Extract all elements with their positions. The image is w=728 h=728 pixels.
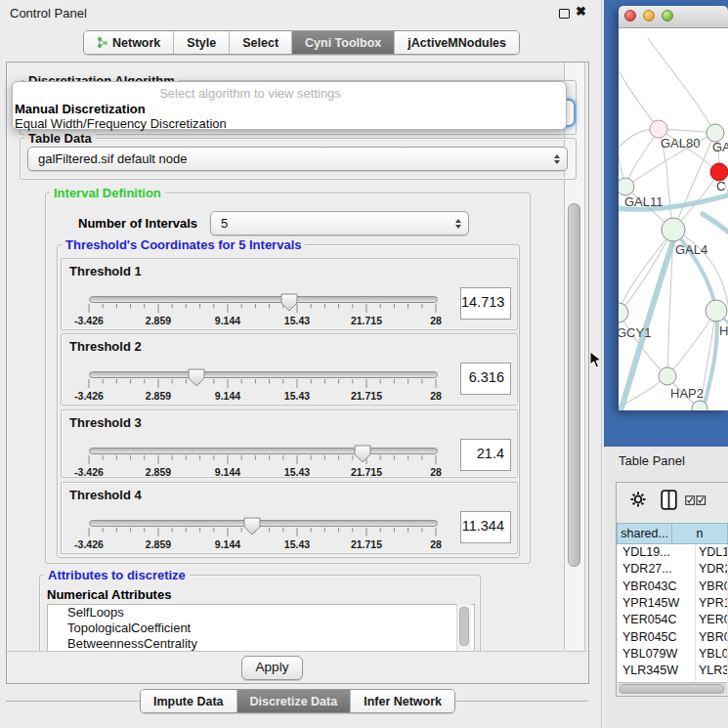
tick-label: 15.43: [274, 538, 321, 550]
network-node-label: GCY1: [619, 325, 651, 340]
tick-label: 28: [412, 466, 459, 478]
tick-label: 21.715: [343, 390, 390, 402]
tick-label: 21.715: [343, 315, 390, 326]
table-rows[interactable]: YDL19...YDL1YDR27...YDR2YBR043CYBR0YPR14…: [618, 544, 727, 682]
threshold-label: Threshold 2: [69, 339, 142, 354]
tick-label: 28: [412, 390, 459, 402]
cell-name: YDL1: [699, 545, 727, 559]
network-node-label: HAP2: [670, 386, 704, 401]
table-row[interactable]: YBL079WYBL0: [618, 646, 727, 663]
tab-jactivemnodules[interactable]: jActiveMNodules: [394, 31, 519, 54]
table-row[interactable]: YER054CYER0: [618, 612, 727, 628]
algorithm-hint: Select algorithm to view settings: [13, 86, 488, 101]
numerical-attributes-label: Numerical Attributes: [47, 587, 171, 602]
network-window-titlebar[interactable]: [619, 6, 728, 28]
attribute-list-item[interactable]: BetweennessCentrality: [48, 636, 474, 652]
table-header-name[interactable]: n: [672, 523, 728, 544]
slider-handle[interactable]: [354, 445, 371, 463]
tick-label: 9.144: [204, 538, 251, 550]
tab-select[interactable]: Select: [229, 31, 291, 54]
table-row[interactable]: YLR345WYLR3: [618, 663, 727, 679]
tab-network[interactable]: Network: [84, 31, 173, 54]
cell-shared-name: YLR345W: [622, 664, 693, 677]
slider-track[interactable]: [89, 448, 438, 454]
table-column-separator: [695, 544, 696, 681]
main-scrollbar-thumb[interactable]: [568, 203, 580, 567]
network-window[interactable]: GAL80GACGAL11GAL4GCY1HHAP2: [619, 6, 728, 410]
table-row[interactable]: YDR27...YDR2: [618, 561, 727, 578]
cell-name: YBL0: [699, 647, 727, 661]
combo-arrows-icon: [554, 154, 560, 164]
network-node-label: C: [716, 179, 725, 193]
mouse-cursor-icon: [589, 351, 602, 369]
panel-title: Control Panel: [10, 6, 87, 21]
apply-button[interactable]: Apply: [241, 656, 303, 680]
threshold-panel: Threshold 1-3.4262.8599.14415.4321.71528…: [61, 258, 518, 330]
table-data-groupbox-title: Table Data: [24, 131, 96, 146]
threshold-value-input[interactable]: 6.316: [460, 363, 511, 395]
network-canvas[interactable]: GAL80GACGAL11GAL4GCY1HHAP2: [619, 28, 728, 410]
attribute-list-item[interactable]: SelfLoops: [48, 605, 474, 621]
slider-handle[interactable]: [243, 517, 261, 535]
tick-label: 28: [412, 538, 459, 550]
threshold-value-input[interactable]: 21.4: [460, 439, 511, 471]
slider-ticks: [62, 455, 517, 466]
algorithm-option-manual[interactable]: Manual Discretization: [15, 102, 146, 116]
table-row[interactable]: YBR045CYBR0: [618, 629, 727, 646]
tick-label: 15.43: [274, 315, 321, 326]
number-of-intervals-label: Number of Intervals: [78, 216, 197, 231]
attribute-list-item[interactable]: TopologicalCoefficient: [48, 621, 474, 636]
cell-shared-name: YPR145W: [622, 596, 693, 610]
threshold-label: Threshold 1: [69, 264, 142, 278]
close-icon[interactable]: ✖: [576, 4, 586, 19]
slider-handle[interactable]: [280, 293, 298, 312]
threshold-value-input[interactable]: 11.344: [460, 511, 511, 543]
network-graph: GAL80GACGAL11GAL4GCY1HHAP2: [619, 28, 728, 410]
threshold-label: Threshold 4: [69, 488, 142, 502]
tab-label: Select: [242, 36, 278, 50]
number-of-intervals-combobox[interactable]: 5: [210, 211, 469, 236]
tick-label: 2.859: [135, 390, 182, 402]
zoom-traffic-light-icon[interactable]: [662, 10, 673, 21]
table-hscrollbar-thumb[interactable]: [620, 684, 724, 694]
tick-label: 2.859: [135, 538, 182, 550]
combo-arrows-icon: [455, 219, 461, 229]
minimize-traffic-light-icon[interactable]: [643, 10, 655, 21]
cell-name: YPR1: [699, 596, 727, 610]
tab-label: Infer Network: [364, 695, 442, 708]
table-hscrollbar-track[interactable]: [618, 682, 727, 694]
float-window-icon[interactable]: [559, 9, 570, 19]
cell-shared-name: YER054C: [622, 613, 693, 626]
table-row[interactable]: YPR145WYPR1: [618, 595, 727, 612]
slider-handle[interactable]: [188, 368, 205, 387]
slider-track[interactable]: [89, 371, 438, 378]
algorithm-option-equal-width[interactable]: Equal Width/Frequency Discretization: [15, 116, 227, 131]
slider-ticks: [62, 379, 517, 390]
table-header-shared[interactable]: shared...: [617, 523, 672, 544]
slider-track[interactable]: [89, 296, 438, 303]
bottom-tab-bar: Impute DataDiscretize DataInfer Network: [140, 689, 455, 713]
table-row[interactable]: YBR043CYBR0: [618, 578, 727, 595]
threshold-value-input[interactable]: 14.713: [460, 287, 511, 320]
thresholds-groupbox-title: Threshold's Coordinates for 5 Intervals: [62, 237, 305, 252]
tick-label: -3.426: [65, 538, 112, 550]
checkbox-icons[interactable]: [685, 495, 707, 506]
slider-track[interactable]: [89, 520, 438, 527]
numerical-attributes-list[interactable]: SelfLoopsTopologicalCoefficientBetweenne…: [47, 604, 475, 657]
close-traffic-light-icon[interactable]: [624, 10, 636, 21]
gear-icon[interactable]: [629, 491, 647, 508]
tab-label: Discretize Data: [250, 695, 338, 708]
tab-cyni-toolbox[interactable]: Cyni Toolbox: [291, 31, 394, 54]
threshold-panel: Threshold 2-3.4262.8599.14415.4321.71528…: [61, 333, 518, 406]
tick-label: 2.859: [135, 315, 182, 326]
tab-discretize-data[interactable]: Discretize Data: [236, 690, 351, 712]
attributes-scrollbar-thumb[interactable]: [459, 607, 469, 646]
tab-infer-network[interactable]: Infer Network: [350, 690, 454, 712]
table-row[interactable]: YDL19...YDL1: [618, 544, 727, 561]
tab-style[interactable]: Style: [173, 31, 229, 54]
tab-impute-data[interactable]: Impute Data: [141, 690, 236, 712]
column-layout-icon[interactable]: [661, 490, 677, 510]
network-node-label: GA: [712, 140, 728, 154]
network-node-label: GAL4: [675, 242, 707, 257]
table-data-combobox[interactable]: galFiltered.sif default node: [27, 147, 568, 171]
